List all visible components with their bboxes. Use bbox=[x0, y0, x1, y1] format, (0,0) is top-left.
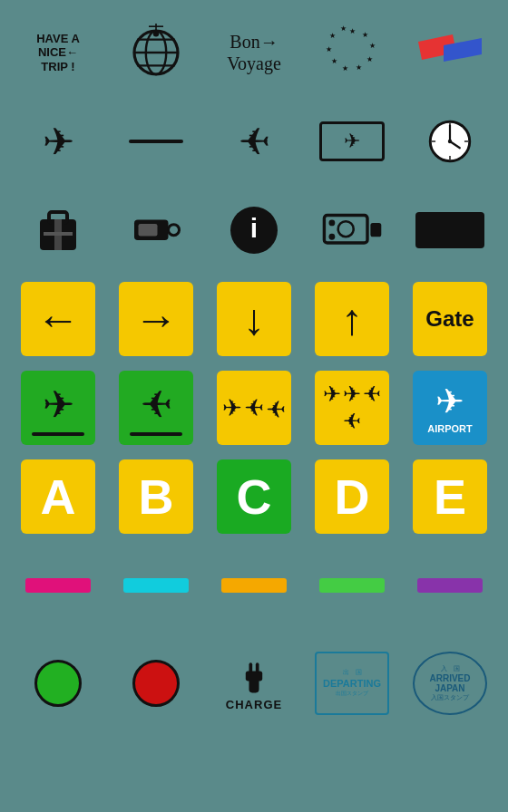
dir-right-cell: → bbox=[115, 283, 197, 355]
charge-cell: CHARGE bbox=[213, 647, 295, 720]
dir-up-square: ↑ bbox=[315, 282, 389, 356]
letter-a-cell: A bbox=[17, 460, 99, 533]
dir-down-arrow: ↓ bbox=[243, 295, 265, 344]
bar-orange bbox=[221, 578, 287, 593]
planes-multi-icon: ✈ ✈ ✈ bbox=[222, 394, 286, 422]
departing-stamp-mid: DEPARTING bbox=[323, 677, 381, 690]
bar-green bbox=[319, 578, 385, 593]
dir-left-arrow: ← bbox=[36, 295, 80, 344]
stars-circle-icon: ★ ★ ★ ★ ★ ★ ★ ★ ★ ★ bbox=[325, 25, 379, 80]
plane-icon-1: ✈ bbox=[43, 382, 74, 427]
circle-red-cell bbox=[115, 647, 197, 720]
svg-point-23 bbox=[448, 140, 452, 143]
bon-voyage-text: Bon→Voyage bbox=[227, 31, 281, 74]
bar-purple-cell bbox=[409, 549, 491, 622]
plane-departing-green2: ✈ bbox=[119, 371, 193, 445]
info-cell: i bbox=[213, 194, 295, 266]
letter-b-cell: B bbox=[115, 460, 197, 533]
bar-cyan bbox=[123, 578, 189, 593]
svg-text:★: ★ bbox=[366, 55, 373, 63]
bar-pink-cell bbox=[17, 549, 99, 622]
letter-c-cell: C bbox=[213, 460, 295, 533]
dash-line-cell bbox=[115, 105, 197, 178]
svg-rect-44 bbox=[249, 662, 252, 672]
letter-d-square: D bbox=[315, 459, 389, 534]
svg-text:★: ★ bbox=[356, 63, 362, 72]
dir-left-square: ← bbox=[21, 282, 95, 356]
svg-rect-31 bbox=[44, 232, 73, 236]
svg-rect-33 bbox=[139, 224, 158, 237]
arrow-left-cell: ✈ bbox=[17, 105, 99, 178]
planes-multi-icon-2: ✈ ✈ ✈ ✈ bbox=[315, 382, 389, 434]
svg-point-41 bbox=[329, 234, 336, 240]
bon-voyage-cell: Bon→Voyage bbox=[213, 16, 295, 89]
boarding-pass-cell bbox=[311, 105, 393, 178]
airline-logo-cell bbox=[409, 16, 491, 89]
ticket-black-cell bbox=[409, 194, 491, 266]
gate-text: Gate bbox=[425, 306, 474, 332]
tag-icon bbox=[129, 208, 183, 253]
plane-yellow2-cell: ✈ ✈ ✈ ✈ bbox=[311, 372, 393, 444]
svg-point-34 bbox=[169, 225, 180, 236]
dir-right-square: → bbox=[119, 282, 193, 356]
svg-rect-45 bbox=[256, 662, 259, 672]
airport-text: AIRPORT bbox=[427, 423, 473, 434]
info-icon: i bbox=[229, 205, 279, 256]
gate-cell: Gate bbox=[409, 283, 491, 355]
departing-stamp-cell: 出 国 DEPARTING 出国スタンプ bbox=[311, 647, 393, 720]
charge-container: CHARGE bbox=[226, 656, 282, 711]
svg-text:★: ★ bbox=[362, 31, 368, 39]
gate-square: Gate bbox=[413, 282, 487, 356]
airport-square: ✈ AIRPORT bbox=[413, 371, 487, 445]
suitcase-icon bbox=[31, 203, 85, 257]
svg-point-40 bbox=[329, 220, 336, 227]
departing-stamp-icon: 出 国 DEPARTING 出国スタンプ bbox=[315, 652, 389, 715]
arrived-stamp-icon: 入 国 ARRIVEDJAPAN 入国スタンプ bbox=[413, 652, 487, 715]
letter-a: A bbox=[41, 469, 76, 525]
bar-orange-cell bbox=[213, 549, 295, 622]
airport-plane-icon: ✈ bbox=[435, 382, 464, 421]
plane-multi-yellow2: ✈ ✈ ✈ ✈ bbox=[315, 371, 389, 445]
have-nice-trip-text: HAVE ANICE←TRIP ! bbox=[36, 32, 80, 74]
letter-b-square: B bbox=[119, 459, 193, 534]
svg-text:★: ★ bbox=[340, 25, 347, 33]
letter-e-square: E bbox=[413, 459, 487, 534]
clock-icon bbox=[424, 115, 476, 168]
letter-e-cell: E bbox=[409, 460, 491, 533]
svg-text:i: i bbox=[250, 213, 258, 243]
letter-b: B bbox=[139, 469, 174, 525]
money-icon bbox=[321, 208, 383, 253]
dash-line-icon bbox=[129, 140, 183, 143]
letter-d-cell: D bbox=[311, 460, 393, 533]
globe-icon bbox=[127, 24, 185, 82]
airport-cell: ✈ AIRPORT bbox=[409, 372, 491, 444]
have-nice-trip-cell: HAVE ANICE←TRIP ! bbox=[17, 16, 99, 89]
tag-cell bbox=[115, 194, 197, 266]
svg-point-38 bbox=[338, 221, 354, 237]
bar-purple bbox=[417, 578, 483, 593]
circle-red-icon bbox=[132, 660, 180, 707]
svg-text:★: ★ bbox=[369, 42, 376, 50]
circle-green-icon bbox=[34, 660, 82, 707]
plane-green2-cell: ✈ bbox=[115, 372, 197, 444]
letter-c-square: C bbox=[217, 459, 291, 534]
globe-cell bbox=[115, 16, 197, 89]
letter-d: D bbox=[335, 469, 370, 525]
airline-logo-icon bbox=[418, 34, 482, 71]
suitcase-cell bbox=[17, 194, 99, 266]
dir-down-square: ↓ bbox=[217, 282, 291, 356]
plane-green1-cell: ✈ bbox=[17, 372, 99, 444]
dir-right-arrow: → bbox=[134, 295, 178, 344]
charge-plug-icon bbox=[236, 656, 272, 698]
dir-up-cell: ↑ bbox=[311, 283, 393, 355]
letter-a-square: A bbox=[21, 459, 95, 534]
circle-green-cell bbox=[17, 647, 99, 720]
stars-circle-cell: ★ ★ ★ ★ ★ ★ ★ ★ ★ ★ bbox=[311, 16, 393, 89]
svg-text:★: ★ bbox=[342, 64, 348, 72]
charge-label: CHARGE bbox=[226, 698, 282, 711]
plane-departing-green1: ✈ bbox=[21, 371, 95, 445]
arrow-right-icon: ✈ bbox=[239, 120, 270, 164]
plane-multi-yellow1: ✈ ✈ ✈ bbox=[217, 371, 291, 445]
svg-text:★: ★ bbox=[331, 57, 337, 65]
departing-stamp-top: 出 国 bbox=[343, 669, 362, 676]
